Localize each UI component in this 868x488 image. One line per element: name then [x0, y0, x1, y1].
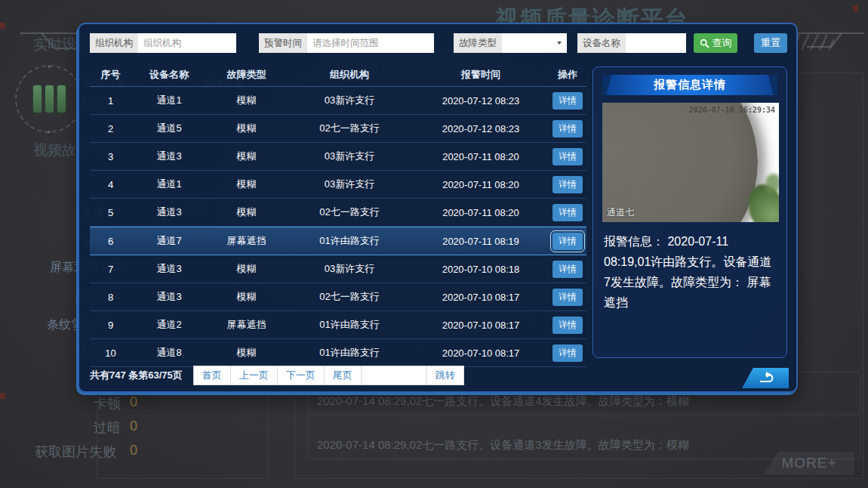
- cell-device: 通道3: [131, 262, 207, 276]
- cell-seq: 7: [90, 264, 131, 275]
- first-page-button[interactable]: 首页: [194, 366, 230, 385]
- detail-button[interactable]: 详情: [553, 261, 583, 278]
- device-name-label: 设备名称: [577, 33, 626, 53]
- table-row[interactable]: 10 通道8 模糊 01许由路支行 2020-07-10 08:17 详情: [90, 339, 586, 367]
- pagination-bar: 共有747 条第63/75页 首页 上一页 下一页 尾页 跳转: [90, 366, 464, 385]
- cell-seq: 8: [90, 292, 131, 303]
- org-filter-group: 组织机构: [90, 33, 236, 53]
- cell-time: 2020-07-12 08:23: [413, 95, 549, 107]
- table-row[interactable]: 6 通道7 屏幕遮挡 01许由路支行 2020-07-11 08:19 详情: [90, 227, 586, 255]
- cell-seq: 3: [90, 151, 131, 162]
- cell-action: 详情: [549, 176, 586, 193]
- corner-deco-right: [796, 30, 866, 53]
- gauge-bar: [57, 85, 66, 113]
- video-quality-diagnosis-screen: 视频质量诊断平台 实时设备 视频故障统计 正常设备 229个 故障设备 2020…: [0, 0, 868, 488]
- table-row[interactable]: 8 通道3 模糊 02七一路支行 2020-07-10 08:17 详情: [90, 283, 586, 311]
- cell-org: 01许由路支行: [286, 346, 413, 360]
- time-filter-label: 预警时间: [259, 33, 307, 53]
- detail-button[interactable]: 详情: [553, 233, 583, 250]
- alarm-table: 序号 设备名称 故障类型 组织机构 报警时间 操作 1 通道1 模糊 03新许支…: [90, 63, 586, 367]
- cell-fault: 模糊: [207, 150, 286, 163]
- table-row[interactable]: 4 通道1 模糊 03新许支行 2020-07-11 08:20 详情: [90, 171, 586, 199]
- cell-org: 03新许支行: [286, 94, 413, 107]
- cell-device: 通道1: [131, 178, 207, 191]
- cell-time: 2020-07-10 08:18: [413, 264, 549, 275]
- detail-button[interactable]: 详情: [553, 344, 583, 362]
- edge-marker: [0, 23, 5, 29]
- cell-device: 通道5: [131, 122, 207, 135]
- cell-device: 通道1: [131, 94, 207, 107]
- table-row[interactable]: 1 通道1 模糊 03新许支行 2020-07-12 08:23 详情: [90, 87, 586, 115]
- fault-type-select[interactable]: [502, 33, 567, 53]
- alarm-detail-text: 报警信息： 2020-07-11 08:19,01许由路支行。设备通道7发生故障…: [604, 231, 776, 313]
- bg-message-card: [308, 415, 860, 459]
- cell-org: 01许由路支行: [286, 234, 413, 248]
- cell-action: 详情: [549, 289, 586, 306]
- stat-label-fetch-fail: 获取图片失败: [35, 443, 116, 461]
- time-filter-group: 预警时间: [259, 33, 434, 53]
- cell-device: 通道3: [131, 290, 207, 304]
- detail-panel-title: 报警信息详情: [602, 75, 777, 95]
- stat-label-dark: 过暗: [45, 419, 121, 437]
- gauge-bar: [45, 85, 54, 113]
- cell-seq: 5: [90, 207, 131, 218]
- page-jump-input[interactable]: [361, 366, 426, 385]
- cell-org: 03新许支行: [286, 178, 413, 191]
- detail-button[interactable]: 详情: [553, 92, 583, 110]
- cell-org: 02七一路支行: [286, 122, 413, 135]
- org-filter-input[interactable]: [138, 33, 236, 53]
- detail-button[interactable]: 详情: [553, 317, 583, 334]
- snapshot-timestamp: 2020-07-10 16:29:34: [689, 106, 775, 114]
- cell-fault: 模糊: [207, 122, 286, 135]
- pagination-summary: 共有747 条第63/75页: [90, 369, 183, 382]
- alarm-detail-panel: 报警信息详情 2020-07-10 16:29:34 通道七 报警信息： 202…: [593, 66, 787, 358]
- cell-device: 通道2: [131, 318, 207, 332]
- alarm-list-modal: 组织机构 预警时间 故障类型 设备名称 查询: [78, 23, 798, 393]
- prev-page-button[interactable]: 上一页: [230, 366, 277, 385]
- detail-button[interactable]: 详情: [553, 148, 583, 165]
- cell-time: 2020-07-11 08:20: [413, 207, 549, 218]
- cell-seq: 6: [90, 236, 131, 247]
- cell-seq: 9: [90, 320, 131, 331]
- screen-occlusion-shape: [602, 103, 758, 222]
- alarm-snapshot-image: 2020-07-10 16:29:34 通道七: [602, 103, 779, 222]
- caret-down-icon: [557, 42, 562, 45]
- collapse-return-button[interactable]: [742, 368, 789, 388]
- detail-button[interactable]: 详情: [553, 176, 583, 193]
- stat-value-fetch-fail: 0: [130, 443, 137, 459]
- cell-org: 03新许支行: [286, 150, 413, 163]
- cell-org: 02七一路支行: [286, 205, 413, 219]
- table-row[interactable]: 7 通道3 模糊 03新许支行 2020-07-10 08:18 详情: [90, 255, 586, 283]
- cell-time: 2020-07-12 08:23: [413, 123, 549, 134]
- cell-fault: 模糊: [207, 346, 286, 360]
- table-row[interactable]: 5 通道3 模糊 02七一路支行 2020-07-11 08:20 详情: [90, 199, 586, 227]
- time-range-input[interactable]: [307, 33, 434, 53]
- reset-button-label: 重置: [761, 36, 780, 50]
- device-filter-group: 设备名称: [577, 33, 686, 53]
- reset-button[interactable]: 重置: [754, 33, 787, 53]
- org-filter-label: 组织机构: [90, 33, 138, 53]
- table-row[interactable]: 9 通道2 屏幕遮挡 01许由路支行 2020-07-10 08:17 详情: [90, 311, 586, 339]
- edge-marker: [0, 393, 5, 399]
- jump-button[interactable]: 跳转: [426, 366, 463, 385]
- cell-fault: 模糊: [207, 262, 286, 276]
- next-page-button[interactable]: 下一页: [277, 366, 324, 385]
- detail-button[interactable]: 详情: [553, 204, 583, 221]
- search-icon: [700, 39, 709, 48]
- bg-alarm-message: 2020-07-14 08:29,02七一路支行。设备通道4发生故障。故障类型为…: [317, 394, 689, 409]
- table-row[interactable]: 3 通道3 模糊 03新许支行 2020-07-11 08:20 详情: [90, 143, 586, 171]
- more-button[interactable]: MORE+: [764, 452, 854, 474]
- device-name-input[interactable]: [626, 33, 686, 53]
- table-header-row: 序号 设备名称 故障类型 组织机构 报警时间 操作: [90, 63, 586, 87]
- fault-type-label: 故障类型: [454, 33, 502, 53]
- cell-org: 01许由路支行: [286, 318, 413, 332]
- detail-button[interactable]: 详情: [553, 289, 583, 306]
- last-page-button[interactable]: 尾页: [324, 366, 361, 385]
- detail-button[interactable]: 详情: [553, 120, 583, 137]
- cell-action: 详情: [549, 148, 586, 165]
- cell-action: 详情: [549, 92, 586, 110]
- table-row[interactable]: 2 通道5 模糊 02七一路支行 2020-07-12 08:23 详情: [90, 115, 586, 143]
- cell-fault: 屏幕遮挡: [207, 318, 286, 332]
- search-button[interactable]: 查询: [694, 33, 737, 53]
- header-seq: 序号: [90, 68, 131, 82]
